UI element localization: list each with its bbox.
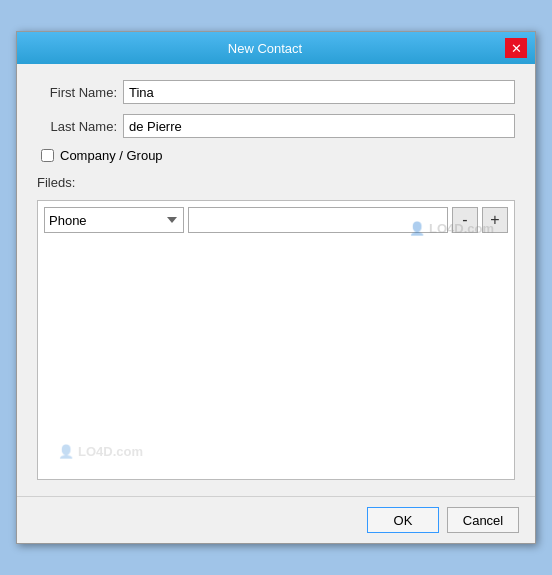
watermark-bottom-icon: 👤 [58, 444, 74, 459]
add-field-button[interactable]: + [482, 207, 508, 233]
close-button[interactable]: ✕ [505, 38, 527, 58]
last-name-input[interactable] [123, 114, 515, 138]
fields-area: 👤 LO4D.com Phone Email Address Website O… [37, 200, 515, 480]
company-group-label: Company / Group [60, 148, 163, 163]
company-group-row: Company / Group [41, 148, 515, 163]
company-group-checkbox[interactable] [41, 149, 54, 162]
field-value-input[interactable] [188, 207, 448, 233]
first-name-row: First Name: [37, 80, 515, 104]
watermark-bottom-text: LO4D.com [78, 444, 143, 459]
watermark-bottom: 👤 LO4D.com [58, 444, 143, 459]
first-name-label: First Name: [37, 85, 117, 100]
field-type-select[interactable]: Phone Email Address Website Other [44, 207, 184, 233]
fields-section-label: Fileds: [37, 175, 515, 190]
last-name-row: Last Name: [37, 114, 515, 138]
first-name-input[interactable] [123, 80, 515, 104]
last-name-label: Last Name: [37, 119, 117, 134]
new-contact-dialog: New Contact ✕ First Name: Last Name: Com… [16, 31, 536, 544]
field-row: Phone Email Address Website Other - + [44, 207, 508, 233]
dialog-body: First Name: Last Name: Company / Group F… [17, 64, 535, 496]
dialog-footer: OK Cancel [17, 496, 535, 543]
cancel-button[interactable]: Cancel [447, 507, 519, 533]
title-bar: New Contact ✕ [17, 32, 535, 64]
dialog-title: New Contact [25, 41, 505, 56]
ok-button[interactable]: OK [367, 507, 439, 533]
remove-field-button[interactable]: - [452, 207, 478, 233]
